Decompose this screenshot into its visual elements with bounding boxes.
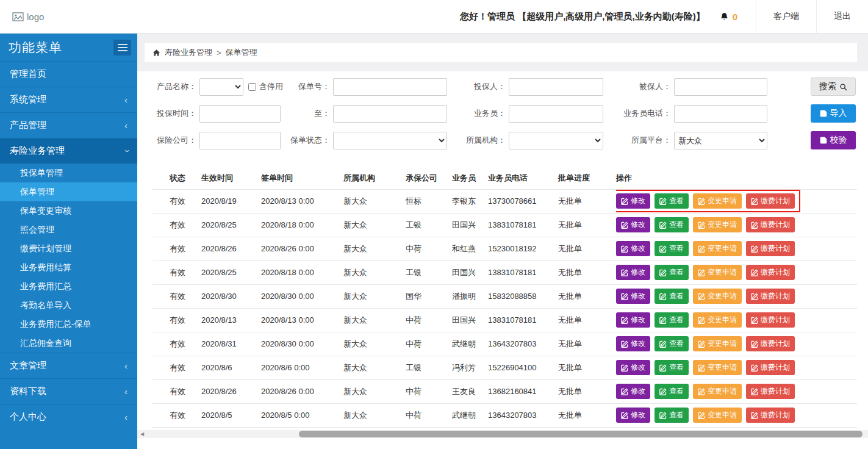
apply-date-to-input[interactable] <box>333 105 447 123</box>
applicant-input[interactable] <box>509 78 603 96</box>
edit-button[interactable]: 修改 <box>616 360 650 375</box>
change-request-button[interactable]: 变更申请 <box>693 289 742 304</box>
client-link[interactable]: 客户端 <box>756 11 816 22</box>
notification-bell[interactable]: 0 <box>720 12 737 22</box>
change-request-button[interactable]: 变更申请 <box>693 265 742 280</box>
edit-button[interactable]: 修改 <box>616 217 650 232</box>
submenu-item-commission-query[interactable]: 汇总佣金查询 <box>0 334 137 353</box>
payment-plan-button[interactable]: 缴费计划 <box>746 289 795 304</box>
change-request-button[interactable]: 变更申请 <box>693 312 742 328</box>
view-button[interactable]: 查看 <box>655 360 689 375</box>
table-row: 有效 2020/8/30 2020/8/30 0:00 新大众 国华 潘振明 1… <box>152 284 857 308</box>
scrollbar-left-arrow-icon[interactable] <box>137 430 147 438</box>
breadcrumb-section[interactable]: 寿险业务管理 <box>165 47 212 58</box>
org-select[interactable] <box>509 132 603 149</box>
edit-button[interactable]: 修改 <box>616 193 650 209</box>
breadcrumb-page: 保单管理 <box>226 47 257 58</box>
change-request-button[interactable]: 变更申请 <box>693 193 742 209</box>
edit-button[interactable]: 修改 <box>616 241 650 256</box>
edit-button[interactable]: 修改 <box>616 336 650 351</box>
scrollbar-thumb[interactable] <box>299 431 863 437</box>
submenu-item-fee-settlement[interactable]: 业务费用结算 <box>0 258 137 277</box>
change-request-button[interactable]: 变更申请 <box>693 408 742 423</box>
logo[interactable]: logo <box>12 12 44 22</box>
edit-button[interactable]: 修改 <box>616 408 650 423</box>
horizontal-scrollbar[interactable] <box>137 430 868 438</box>
edit-button[interactable]: 修改 <box>616 289 650 304</box>
edit-icon <box>751 412 758 419</box>
agent-input[interactable] <box>509 105 603 123</box>
sidebar-title: 功能菜单 <box>9 39 62 56</box>
include-disabled-checkbox[interactable] <box>248 83 256 91</box>
edit-button[interactable]: 修改 <box>616 384 650 399</box>
payment-plan-button[interactable]: 缴费计划 <box>746 336 795 351</box>
user-greeting: 您好！管理员 【超级用户,高级用户,管理员,业务内勤(寿险)】 <box>460 11 705 23</box>
payment-plan-button[interactable]: 缴费计划 <box>746 193 795 209</box>
sidebar-item-life-insurance[interactable]: 寿险业务管理 <box>0 138 137 163</box>
edit-icon <box>698 221 705 229</box>
sidebar-item-home[interactable]: 管理首页 <box>0 61 137 87</box>
submenu-item-application-mgmt[interactable]: 投保单管理 <box>0 163 137 182</box>
submenu-item-payment-plan-mgmt[interactable]: 缴费计划管理 <box>0 239 137 258</box>
insurer-input[interactable] <box>199 132 281 149</box>
sidebar-item-system[interactable]: 系统管理 <box>0 87 137 112</box>
cell-agent-phone: 15230018192 <box>488 237 558 260</box>
apply-date-to-label: 至： <box>287 108 332 119</box>
payment-plan-button[interactable]: 缴费计划 <box>746 360 795 375</box>
payment-plan-button[interactable]: 缴费计划 <box>746 312 795 328</box>
include-disabled-option[interactable]: 含停用 <box>246 81 283 93</box>
sidebar-item-product[interactable]: 产品管理 <box>0 112 137 138</box>
payment-plan-button[interactable]: 缴费计划 <box>746 384 795 399</box>
view-button[interactable]: 查看 <box>655 384 689 399</box>
sidebar-item-personal-center[interactable]: 个人中心 <box>0 404 137 429</box>
change-request-button[interactable]: 变更申请 <box>693 360 742 375</box>
insured-input[interactable] <box>674 78 767 96</box>
cell-agent: 潘振明 <box>452 284 488 308</box>
view-button[interactable]: 查看 <box>655 241 689 256</box>
view-button[interactable]: 查看 <box>655 312 689 328</box>
chevron-down-icon <box>121 149 131 153</box>
cell-insurer: 国华 <box>406 284 452 308</box>
view-button[interactable]: 查看 <box>655 336 689 351</box>
change-request-button[interactable]: 变更申请 <box>693 217 742 232</box>
platform-select[interactable]: 新大众 <box>674 132 767 149</box>
cell-endorsement: 无批单 <box>558 308 616 332</box>
sidebar-item-articles[interactable]: 文章管理 <box>0 353 137 378</box>
submenu-item-notice-mgmt[interactable]: 照会管理 <box>0 220 137 239</box>
change-request-button[interactable]: 变更申请 <box>693 241 742 256</box>
view-button[interactable]: 查看 <box>655 217 689 232</box>
apply-date-from-input[interactable] <box>199 105 281 123</box>
submenu-item-fee-summary-policy[interactable]: 业务费用汇总-保单 <box>0 315 137 334</box>
logout-link[interactable]: 退出 <box>817 11 868 22</box>
validate-button[interactable]: 校验 <box>811 131 856 149</box>
menu-toggle-icon[interactable] <box>113 40 131 56</box>
submenu-item-policy-mgmt[interactable]: 保单管理 <box>0 182 137 201</box>
edit-icon <box>621 340 628 348</box>
policy-status-select[interactable] <box>333 132 447 149</box>
agent-phone-input[interactable] <box>674 105 767 123</box>
payment-plan-button[interactable]: 缴费计划 <box>746 408 795 423</box>
edit-button[interactable]: 修改 <box>616 312 650 328</box>
product-name-select[interactable] <box>199 78 243 96</box>
view-button[interactable]: 查看 <box>655 193 689 209</box>
submenu-item-fee-summary[interactable]: 业务费用汇总 <box>0 277 137 296</box>
sidebar-item-downloads[interactable]: 资料下载 <box>0 378 137 404</box>
insured-label: 被保人： <box>604 81 673 92</box>
import-button[interactable]: 导入 <box>811 104 856 123</box>
payment-plan-button[interactable]: 缴费计划 <box>746 217 795 232</box>
sidebar: 功能菜单 管理首页 系统管理 产品管理 寿险业务管理 投保单管理 保单管理 <box>0 34 137 449</box>
search-button[interactable]: 搜索 <box>811 77 856 96</box>
cell-insurer: 工银 <box>406 356 452 379</box>
view-button[interactable]: 查看 <box>655 289 689 304</box>
policy-no-input[interactable] <box>333 78 447 96</box>
submenu-item-attendance-import[interactable]: 考勤名单导入 <box>0 296 137 315</box>
payment-plan-button[interactable]: 缴费计划 <box>746 265 795 280</box>
edit-icon <box>751 245 758 253</box>
edit-button[interactable]: 修改 <box>616 265 650 280</box>
view-button[interactable]: 查看 <box>655 265 689 280</box>
submenu-item-policy-change-review[interactable]: 保单变更审核 <box>0 201 137 220</box>
change-request-button[interactable]: 变更申请 <box>693 384 742 399</box>
view-button[interactable]: 查看 <box>655 408 689 423</box>
change-request-button[interactable]: 变更申请 <box>693 336 742 351</box>
payment-plan-button[interactable]: 缴费计划 <box>746 241 795 256</box>
